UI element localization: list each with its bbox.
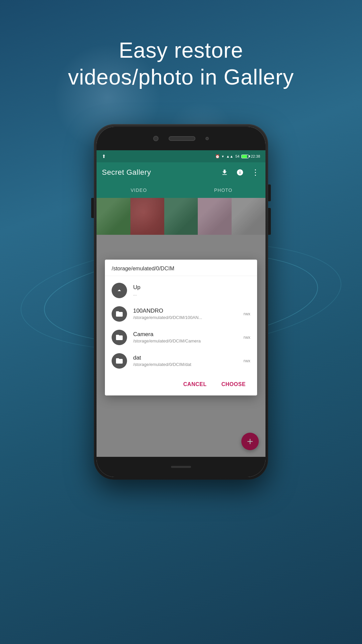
dat-path: /storage/emulated/0/DCIM/dat — [133, 362, 237, 367]
home-indicator — [171, 466, 191, 468]
volume-button — [91, 198, 94, 218]
dialog-overlay: /storage/emulated/0/DCIM — [97, 198, 265, 457]
usb-icon: ⬆ — [102, 154, 106, 159]
gallery-area: + /storage/emulated/0/DCIM — [97, 198, 265, 457]
up-item-name: Up — [133, 284, 250, 291]
up-item-info: Up ... — [133, 284, 250, 297]
camera-item-info: Camera /storage/emulated/0/DCIM/Camera — [133, 331, 237, 343]
folder-icon-camera — [115, 333, 123, 341]
camera-perms: rwx — [244, 335, 250, 340]
phone-top-hardware — [97, 127, 265, 150]
more-options-button[interactable]: ⋮ — [251, 168, 260, 177]
dialog-current-path: /storage/emulated/0/DCIM — [105, 260, 257, 276]
status-right: ⏰ ▾ ▲▲ 54 22:38 — [215, 154, 260, 159]
100andro-path: /storage/emulated/0/DCIM/100AN... — [133, 315, 237, 320]
heading-line2: videos/photo in Gallery — [68, 65, 294, 89]
list-item-dat[interactable]: dat /storage/emulated/0/DCIM/dat rwx — [105, 349, 257, 373]
info-icon — [236, 169, 244, 176]
hero-heading: Easy restore videos/photo in Gallery — [68, 37, 294, 91]
tab-video[interactable]: VIDEO — [97, 182, 181, 198]
phone-mockup: ⬆ ⏰ ▾ ▲▲ 54 22:38 Secret Gallery — [94, 124, 268, 480]
alarm-icon: ⏰ — [215, 154, 220, 159]
up-arrow-icon — [115, 286, 123, 294]
dat-item-info: dat /storage/emulated/0/DCIM/dat — [133, 355, 237, 367]
camera-name: Camera — [133, 331, 237, 338]
battery-level: 54 — [235, 154, 239, 158]
app-title: Secret Gallery — [102, 168, 220, 177]
list-item-up[interactable]: Up ... — [105, 279, 257, 302]
list-item-100andro[interactable]: 100ANDRO /storage/emulated/0/DCIM/100AN.… — [105, 302, 257, 326]
folder-icon-circle-dat — [112, 353, 127, 369]
folder-icon-circle-camera — [112, 330, 127, 345]
dialog-actions: CANCEL CHOOSE — [105, 375, 257, 395]
download-icon-button[interactable] — [220, 168, 229, 177]
phone-shell: ⬆ ⏰ ▾ ▲▲ 54 22:38 Secret Gallery — [94, 124, 268, 480]
dialog-file-list: Up ... — [105, 276, 257, 375]
up-arrow-icon-circle — [112, 283, 127, 298]
wifi-icon: ▾ — [222, 154, 224, 159]
app-bar-icons: ⋮ — [220, 168, 260, 177]
info-icon-button[interactable] — [235, 168, 245, 177]
battery-fill — [242, 155, 247, 158]
phone-screen: ⬆ ⏰ ▾ ▲▲ 54 22:38 Secret Gallery — [97, 127, 265, 477]
choose-button[interactable]: CHOOSE — [215, 378, 251, 391]
folder-icon-100andro — [115, 310, 123, 318]
download-icon — [221, 169, 228, 176]
heading-line1: Easy restore — [119, 38, 243, 62]
front-camera — [153, 136, 159, 141]
camera-path: /storage/emulated/0/DCIM/Camera — [133, 338, 237, 343]
more-icon: ⋮ — [251, 168, 259, 177]
volume-down-button — [268, 208, 271, 235]
battery-bar — [241, 155, 249, 158]
signal-icon: ▲▲ — [226, 154, 233, 158]
time-display: 22:38 — [251, 154, 260, 158]
status-left: ⬆ — [102, 154, 106, 159]
100andro-perms: rwx — [244, 311, 250, 316]
dat-perms: rwx — [244, 358, 250, 363]
up-item-path: ... — [133, 291, 250, 297]
tab-bar: VIDEO PHOTO — [97, 182, 265, 198]
100andro-name: 100ANDRO — [133, 308, 237, 314]
folder-icon-circle-100andro — [112, 306, 127, 322]
folder-icon-dat — [115, 357, 123, 365]
speaker-grille — [169, 136, 195, 141]
dat-name: dat — [133, 355, 237, 361]
100andro-item-info: 100ANDRO /storage/emulated/0/DCIM/100AN.… — [133, 308, 237, 320]
phone-bottom-hardware — [97, 457, 265, 477]
cancel-button[interactable]: CANCEL — [177, 378, 213, 391]
folder-picker-dialog: /storage/emulated/0/DCIM — [105, 260, 257, 395]
tab-photo[interactable]: PHOTO — [181, 182, 265, 198]
list-item-camera[interactable]: Camera /storage/emulated/0/DCIM/Camera r… — [105, 326, 257, 349]
status-bar: ⬆ ⏰ ▾ ▲▲ 54 22:38 — [97, 150, 265, 162]
app-bar: Secret Gallery ⋮ — [97, 162, 265, 182]
power-button — [268, 184, 271, 201]
sensor-dot — [205, 137, 209, 140]
